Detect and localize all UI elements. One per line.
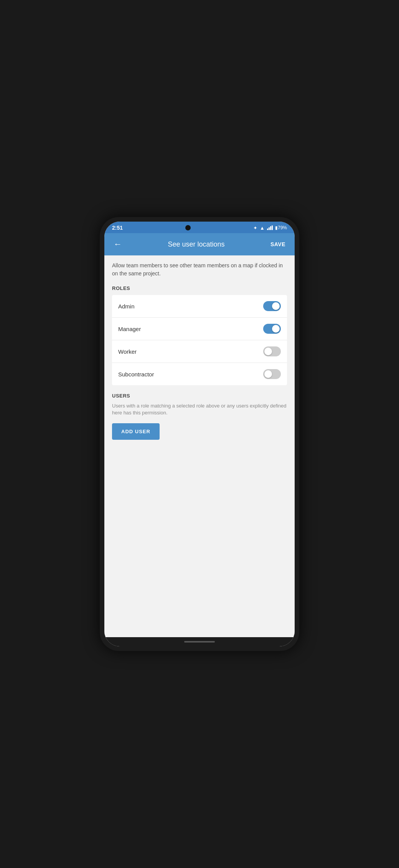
bluetooth-icon: ✦: [253, 225, 257, 231]
wifi-icon: ▲: [260, 225, 265, 231]
status-time: 2:51: [112, 225, 123, 231]
camera-dot: [185, 225, 191, 230]
phone-screen: 2:51 ✦ ▲ ▮ 79%: [104, 222, 295, 646]
home-indicator: [184, 641, 215, 643]
battery-icon: ▮ 79%: [275, 225, 287, 230]
toggle-manager[interactable]: [263, 324, 281, 334]
role-row-subcontractor: Subcontractor: [112, 363, 287, 385]
toggle-thumb-worker: [264, 348, 272, 355]
role-row-worker: Worker: [112, 340, 287, 363]
status-icons: ✦ ▲ ▮ 79%: [253, 225, 287, 231]
users-section-label: USERS: [112, 393, 287, 399]
role-label-manager: Manager: [118, 326, 141, 332]
role-label-subcontractor: Subcontractor: [118, 371, 154, 378]
page-description: Allow team members to see other team mem…: [112, 262, 287, 278]
toggle-admin[interactable]: [263, 301, 281, 311]
role-label-worker: Worker: [118, 348, 137, 355]
phone-frame: 2:51 ✦ ▲ ▮ 79%: [100, 217, 299, 651]
toggle-subcontractor[interactable]: [263, 369, 281, 379]
back-button[interactable]: ←: [110, 238, 125, 251]
content-area: Allow team members to see other team mem…: [104, 255, 295, 637]
roles-section-label: ROLES: [112, 285, 287, 291]
save-button[interactable]: SAVE: [267, 240, 289, 249]
users-section: USERS Users with a role matching a selec…: [112, 393, 287, 440]
add-user-button[interactable]: ADD USER: [112, 423, 160, 440]
bottom-bar: [104, 637, 295, 646]
toolbar: ← See user locations SAVE: [104, 233, 295, 255]
toggle-thumb-subcontractor: [264, 370, 272, 378]
toggle-worker[interactable]: [263, 346, 281, 356]
role-row-manager: Manager: [112, 318, 287, 340]
toggle-thumb-manager: [272, 325, 280, 333]
users-description: Users with a role matching a selected ro…: [112, 403, 287, 416]
status-bar: 2:51 ✦ ▲ ▮ 79%: [104, 222, 295, 233]
roles-list: Admin Manager Worker: [112, 295, 287, 385]
role-row-admin: Admin: [112, 295, 287, 318]
toggle-thumb-admin: [272, 302, 280, 310]
role-label-admin: Admin: [118, 303, 135, 310]
signal-icon: [267, 225, 273, 230]
page-title: See user locations: [129, 240, 264, 248]
